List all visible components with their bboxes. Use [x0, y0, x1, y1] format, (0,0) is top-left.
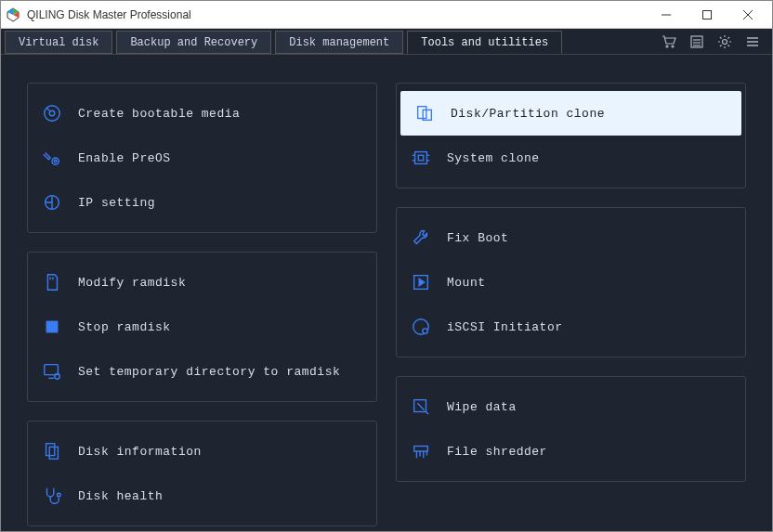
right-panel: Fix BootMountiSCSI Initiator	[396, 207, 746, 357]
item-label: Create bootable media	[78, 107, 240, 121]
stethoscope-icon	[41, 485, 63, 507]
left-column: Create bootable mediaEnable PreOSIP sett…	[27, 83, 377, 526]
tab-label: Virtual disk	[19, 36, 98, 49]
tab-label: Tools and utilities	[421, 36, 548, 49]
item-label: Fix Boot	[447, 231, 508, 245]
right-panel: Disk/Partition cloneSystem clone	[396, 83, 746, 188]
monitor-gear-icon	[41, 360, 63, 383]
tab-backup-recovery[interactable]: Backup and Recovery	[116, 31, 271, 54]
svg-point-9	[672, 45, 674, 47]
tool-item-create-bootable-media[interactable]: Create bootable media	[28, 91, 376, 136]
tabbar: Virtual disk Backup and Recovery Disk ma…	[1, 29, 772, 55]
tool-item-iscsi-initiator[interactable]: iSCSI Initiator	[397, 305, 745, 349]
svg-point-43	[423, 329, 428, 334]
item-label: Stop ramdisk	[78, 320, 171, 334]
tool-item-disk-information[interactable]: Disk information	[28, 429, 376, 474]
item-label: iSCSI Initiator	[447, 320, 563, 334]
svg-rect-26	[45, 365, 59, 375]
tool-item-enable-preos[interactable]: Enable PreOS	[28, 136, 376, 180]
item-label: File shredder	[447, 445, 547, 459]
rects-overlap-icon	[413, 102, 436, 124]
item-label: Enable PreOS	[78, 151, 171, 165]
tool-item-file-shredder[interactable]: File shredder	[397, 429, 745, 474]
wrench-diag-icon	[410, 227, 432, 249]
svg-rect-35	[418, 155, 424, 161]
item-label: IP setting	[78, 196, 155, 210]
tool-item-ip-setting[interactable]: IP setting	[28, 180, 376, 225]
svg-point-31	[58, 493, 61, 497]
chip-icon	[410, 147, 432, 169]
left-panel: Create bootable mediaEnable PreOSIP sett…	[27, 83, 377, 233]
disc-ring-icon	[410, 316, 432, 338]
svg-point-8	[666, 45, 668, 47]
tool-item-wipe-data[interactable]: Wipe data	[397, 384, 745, 429]
left-panel: Disk informationDisk health	[27, 421, 377, 526]
window-title: QILING Disk Master Professional	[27, 8, 646, 21]
gear-wrench-icon	[41, 147, 63, 169]
item-label: Modify ramdisk	[78, 276, 186, 290]
eraser-icon	[410, 396, 432, 418]
tool-item-disk-health[interactable]: Disk health	[28, 474, 376, 518]
svg-rect-30	[49, 447, 58, 459]
item-label: Wipe data	[447, 400, 517, 414]
item-label: Disk information	[78, 445, 202, 459]
tab-label: Disk management	[289, 36, 389, 49]
shredder-icon	[410, 440, 432, 462]
gear-icon[interactable]	[716, 33, 733, 50]
svg-rect-29	[46, 444, 55, 456]
minimize-button[interactable]	[646, 2, 687, 28]
svg-rect-25	[46, 321, 59, 333]
close-button[interactable]	[727, 2, 768, 28]
svg-rect-32	[418, 107, 426, 119]
tool-item-mount[interactable]: Mount	[397, 260, 745, 305]
svg-point-20	[52, 158, 59, 164]
app-logo-icon	[5, 6, 21, 23]
tool-item-system-clone[interactable]: System clone	[397, 136, 745, 180]
list-icon[interactable]	[688, 33, 705, 50]
stop-square-icon	[41, 316, 63, 338]
svg-point-21	[54, 160, 57, 162]
tool-item-modify-ramdisk[interactable]: Modify ramdisk	[28, 260, 376, 305]
network-arc-icon	[41, 191, 63, 214]
svg-point-14	[723, 39, 727, 44]
right-panel: Wipe dataFile shredder	[396, 376, 746, 482]
svg-point-19	[49, 110, 55, 116]
right-column: Disk/Partition cloneSystem cloneFix Boot…	[396, 83, 746, 526]
item-label: Disk health	[78, 489, 163, 503]
item-label: Disk/Partition clone	[451, 107, 605, 121]
titlebar: QILING Disk Master Professional	[1, 1, 772, 29]
tool-item-set-temporary-directory-to-ramdisk[interactable]: Set temporary directory to ramdisk	[28, 349, 376, 394]
left-panel: Modify ramdiskStop ramdiskSet temporary …	[27, 252, 377, 402]
item-label: System clone	[447, 151, 540, 165]
tool-item-disk-partition-clone[interactable]: Disk/Partition clone	[400, 91, 741, 136]
tab-label: Backup and Recovery	[130, 36, 257, 49]
tab-disk-management[interactable]: Disk management	[275, 31, 403, 54]
doc-copy-icon	[41, 440, 63, 462]
tab-tools-utilities[interactable]: Tools and utilities	[407, 31, 562, 54]
item-label: Set temporary directory to ramdisk	[78, 365, 340, 379]
item-label: Mount	[447, 276, 486, 290]
svg-rect-45	[414, 447, 428, 452]
menu-icon[interactable]	[744, 33, 761, 50]
tool-item-fix-boot[interactable]: Fix Boot	[397, 215, 745, 260]
tool-item-stop-ramdisk[interactable]: Stop ramdisk	[28, 305, 376, 349]
svg-rect-5	[703, 10, 712, 19]
svg-point-18	[45, 106, 60, 122]
content-area: Create bootable mediaEnable PreOSIP sett…	[1, 55, 772, 532]
sd-card-icon	[41, 271, 63, 293]
svg-marker-41	[419, 279, 425, 285]
disc-icon	[41, 102, 63, 124]
play-box-icon	[410, 271, 432, 293]
svg-marker-3	[7, 8, 13, 15]
cart-icon[interactable]	[661, 33, 677, 50]
maximize-button[interactable]	[687, 2, 727, 28]
tab-virtual-disk[interactable]: Virtual disk	[5, 31, 112, 54]
svg-rect-34	[415, 152, 427, 164]
